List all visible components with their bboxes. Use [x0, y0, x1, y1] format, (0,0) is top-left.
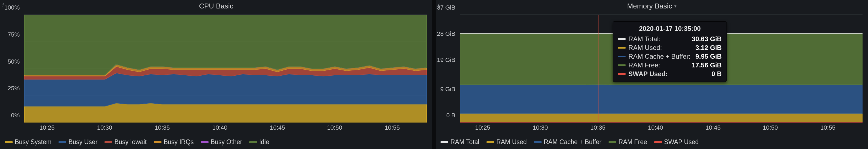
x-tick: 10:50 — [763, 124, 778, 131]
tooltip-value: 17.56 GiB — [692, 62, 722, 69]
cpu-x-axis: 10:25 10:30 10:35 10:40 10:45 10:50 10:5… — [24, 124, 427, 134]
tooltip-value: 0 B — [711, 70, 722, 78]
legend-swatch-icon — [487, 141, 494, 143]
panel-memory: i Memory Basic ▾ 0 B 9 GiB 19 GiB 28 GiB… — [436, 0, 868, 149]
y-tick: 50% — [8, 58, 20, 65]
memory-plot[interactable]: 2020-01-17 10:35:00 RAM Total: 30.63 GiB… — [460, 15, 863, 122]
x-tick: 10:35 — [590, 124, 605, 131]
legend-swatch-icon — [534, 141, 541, 143]
legend-item[interactable]: RAM Used — [487, 138, 527, 146]
x-tick: 10:25 — [39, 124, 55, 131]
legend-swatch-icon — [609, 141, 616, 143]
legend-item[interactable]: Busy User — [59, 138, 97, 146]
tooltip-row: SWAP Used: 0 B — [618, 70, 722, 78]
tooltip-label: RAM Total: — [628, 35, 660, 43]
legend-item[interactable]: Idle — [249, 138, 269, 146]
x-tick: 10:45 — [270, 124, 285, 131]
tooltip-value: 9.95 GiB — [695, 53, 722, 60]
x-tick: 10:55 — [385, 124, 400, 131]
x-tick: 10:40 — [648, 124, 663, 131]
x-tick: 10:40 — [212, 124, 227, 131]
legend-label: Busy Other — [211, 138, 242, 146]
y-tick: 28 GiB — [437, 30, 455, 37]
legend-label: Busy IRQs — [164, 138, 194, 146]
legend-swatch-icon — [104, 141, 112, 143]
info-icon[interactable]: i — [2, 2, 4, 9]
legend-item[interactable]: Busy System — [5, 138, 52, 146]
legend-swatch-icon — [618, 47, 625, 48]
x-tick: 10:25 — [475, 124, 490, 131]
memory-y-axis: 0 B 9 GiB 19 GiB 28 GiB 37 GiB — [436, 15, 458, 122]
cpu-legend: Busy System Busy User Busy Iowait Busy I… — [0, 136, 432, 149]
memory-x-axis: 10:25 10:30 10:35 10:40 10:45 10:50 10:5… — [460, 124, 863, 134]
x-tick: 10:30 — [533, 124, 548, 131]
tooltip-row: RAM Free: 17.56 GiB — [618, 61, 722, 70]
cpu-chart[interactable]: 0% 25% 50% 75% 100% 10:25 10:30 10:35 10… — [0, 12, 432, 136]
legend-item[interactable]: Busy Iowait — [104, 138, 147, 146]
tooltip-label: RAM Cache + Buffer: — [628, 53, 690, 60]
tooltip-row: RAM Total: 30.63 GiB — [618, 35, 722, 43]
tooltip-row: RAM Cache + Buffer: 9.95 GiB — [618, 52, 722, 61]
tooltip: 2020-01-17 10:35:00 RAM Total: 30.63 GiB… — [613, 21, 727, 82]
legend-label: Idle — [259, 138, 269, 146]
panel-header: i Memory Basic ▾ — [436, 0, 868, 12]
legend-swatch-icon — [59, 141, 66, 143]
legend-label: Busy User — [68, 138, 97, 146]
legend-item[interactable]: SWAP Used — [654, 138, 699, 146]
y-tick: 75% — [8, 31, 20, 38]
legend-swatch-icon — [201, 141, 209, 143]
legend-swatch-icon — [618, 73, 625, 75]
legend-label: RAM Free — [618, 138, 647, 146]
panel-cpu: i CPU Basic 0% 25% 50% 75% 100% 10:25 10… — [0, 0, 432, 149]
legend-swatch-icon — [440, 141, 448, 143]
cpu-y-axis: 0% 25% 50% 75% 100% — [0, 15, 22, 122]
legend-label: Busy Iowait — [114, 138, 147, 146]
legend-label: SWAP Used — [664, 138, 699, 146]
legend-item[interactable]: RAM Total — [440, 138, 479, 146]
legend-swatch-icon — [154, 141, 161, 143]
legend-item[interactable]: Busy IRQs — [154, 138, 194, 146]
legend-swatch-icon — [618, 64, 625, 66]
x-tick: 10:45 — [706, 124, 720, 131]
legend-item[interactable]: RAM Free — [609, 138, 647, 146]
legend-item[interactable]: Busy Other — [201, 138, 242, 146]
legend-label: RAM Used — [496, 138, 527, 146]
chevron-down-icon[interactable]: ▾ — [674, 4, 677, 9]
tooltip-row: RAM Used: 3.12 GiB — [618, 43, 722, 52]
legend-label: RAM Total — [451, 138, 479, 146]
tooltip-value: 30.63 GiB — [692, 35, 722, 43]
y-tick: 100% — [4, 4, 20, 11]
y-tick: 25% — [8, 85, 20, 92]
tooltip-value: 3.12 GiB — [695, 44, 722, 51]
legend-swatch-icon — [5, 141, 12, 143]
memory-legend: RAM Total RAM Used RAM Cache + Buffer RA… — [436, 136, 868, 149]
x-tick: 10:55 — [820, 124, 835, 131]
y-tick: 37 GiB — [437, 4, 455, 11]
tooltip-timestamp: 2020-01-17 10:35:00 — [618, 25, 722, 33]
memory-chart[interactable]: 0 B 9 GiB 19 GiB 28 GiB 37 GiB 2020-01-1… — [436, 12, 868, 136]
panel-header: i CPU Basic — [0, 0, 432, 12]
legend-item[interactable]: RAM Cache + Buffer — [534, 138, 601, 146]
y-tick: 0% — [11, 112, 20, 119]
x-tick: 10:30 — [97, 124, 112, 131]
legend-swatch-icon — [618, 38, 625, 40]
tooltip-label: SWAP Used: — [628, 70, 668, 78]
cpu-plot[interactable] — [24, 15, 427, 122]
panel-title-text: CPU Basic — [199, 2, 234, 10]
tooltip-label: RAM Used: — [628, 44, 662, 51]
y-tick: 9 GiB — [440, 86, 455, 93]
crosshair — [598, 15, 598, 122]
x-tick: 10:35 — [155, 124, 170, 131]
legend-swatch-icon — [249, 141, 257, 143]
panel-title[interactable]: CPU Basic — [199, 2, 234, 10]
legend-label: RAM Cache + Buffer — [544, 138, 601, 146]
panel-title-text: Memory Basic — [627, 2, 672, 10]
tooltip-label: RAM Free: — [628, 62, 660, 69]
panel-title[interactable]: Memory Basic ▾ — [627, 2, 677, 10]
y-tick: 0 B — [446, 112, 455, 119]
legend-label: Busy System — [15, 138, 52, 146]
legend-swatch-icon — [618, 56, 625, 57]
x-tick: 10:50 — [327, 124, 342, 131]
legend-swatch-icon — [654, 141, 662, 143]
y-tick: 19 GiB — [437, 57, 455, 64]
